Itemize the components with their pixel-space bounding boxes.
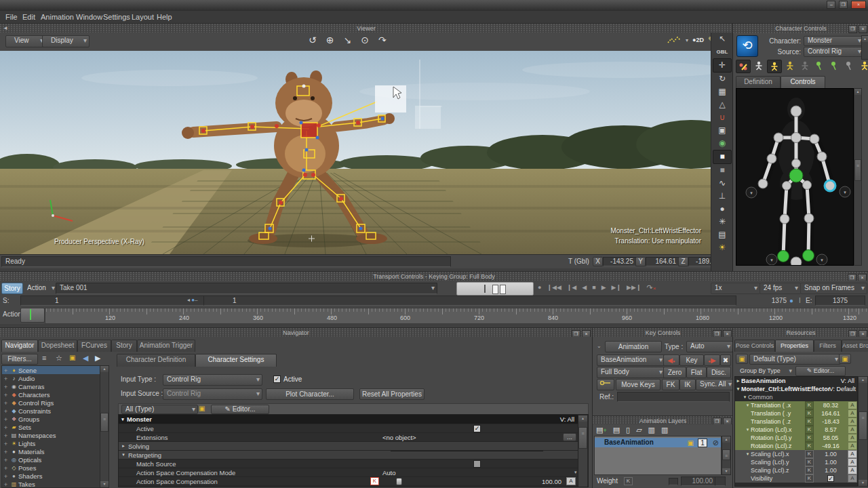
- tree-item-namespaces[interactable]: +▤Namespaces: [2, 431, 100, 439]
- minimize-button[interactable]: –: [827, 1, 835, 9]
- asc-mode-row[interactable]: Action Space Compensation ModeAuto▾: [119, 468, 588, 477]
- filters-button[interactable]: Filters...: [1, 354, 38, 365]
- tree-item-lights[interactable]: +☀Lights: [2, 439, 100, 447]
- light-icon[interactable]: ☀: [713, 241, 731, 254]
- keypath-dropdown-icon[interactable]: ▾: [686, 37, 688, 43]
- anim-toggle[interactable]: A: [848, 466, 857, 474]
- pin-translate-icon[interactable]: [813, 60, 827, 72]
- lock-icon[interactable]: ▣: [199, 405, 205, 412]
- tab-properties[interactable]: Properties: [775, 340, 814, 352]
- forward-icon[interactable]: ▶: [95, 354, 100, 363]
- character-representation[interactable]: ▾▾▾▾: [736, 88, 854, 266]
- key-toggle[interactable]: K: [805, 409, 814, 418]
- tab-character-settings[interactable]: Character Settings: [195, 354, 277, 367]
- anim-toggle[interactable]: A: [566, 477, 576, 485]
- tab-animation-trigger[interactable]: Animation Trigger: [137, 340, 195, 352]
- disabled-figure-icon[interactable]: [798, 60, 812, 72]
- group-by-select[interactable]: Group By Type: [736, 366, 795, 376]
- menu-animation[interactable]: Animation: [41, 11, 74, 23]
- type-filter-select[interactable]: Default (Type): [749, 354, 841, 365]
- character-select[interactable]: Monster: [804, 36, 864, 46]
- select-arrow-icon[interactable]: ↖: [713, 33, 731, 45]
- prev-key-button[interactable]: ❙◀: [567, 283, 576, 293]
- anim-toggle[interactable]: A: [848, 426, 857, 434]
- ctrl-rig-figure-icon[interactable]: [767, 60, 782, 73]
- source-select[interactable]: Control Rig: [804, 47, 864, 57]
- prop-row[interactable]: Rotation (Lcl).zK-49.16A: [735, 442, 857, 450]
- ik-button[interactable]: IK: [679, 379, 696, 390]
- restore-button[interactable]: ❐: [839, 1, 848, 9]
- prop-row[interactable]: Rotation (Lcl).yK58.05A: [735, 434, 857, 442]
- monster-group-row[interactable]: ▾Monster V: All: [119, 415, 588, 424]
- prev-key-button[interactable]: ◀●: [663, 354, 679, 366]
- extensions-row[interactable]: Extensions<no object>...: [119, 433, 588, 442]
- tab-filters[interactable]: Filters: [814, 340, 842, 352]
- frame-slider-icon[interactable]: ◂ ●–: [187, 297, 198, 303]
- x-axis-chip[interactable]: X: [593, 257, 603, 266]
- input-source-select[interactable]: Control Rig: [163, 388, 262, 400]
- menu-help[interactable]: Help: [157, 11, 172, 23]
- prop-row[interactable]: Translation ( .zK-18.43A: [735, 418, 857, 426]
- goto-end-button[interactable]: ▶▶❙: [627, 283, 641, 293]
- anim-toggle[interactable]: A: [848, 418, 857, 426]
- scroll-handle[interactable]: ≡: [854, 159, 861, 181]
- prop-row[interactable]: Scaling (Lcl).zK1.00A: [735, 466, 857, 474]
- marker-edit-icon[interactable]: [736, 60, 751, 73]
- key-mode-icon[interactable]: [597, 379, 614, 390]
- scroll-up-icon[interactable]: ▴: [859, 377, 867, 383]
- anim-toggle[interactable]: A: [848, 450, 857, 458]
- sync-select[interactable]: Sync. All: [696, 379, 734, 390]
- select-sphere-icon[interactable]: ◉: [713, 137, 731, 150]
- disc-button[interactable]: Disc.: [707, 367, 731, 378]
- pin-rotate-icon[interactable]: [828, 60, 842, 72]
- gbl-mode-toggle[interactable]: GBL: [713, 45, 731, 58]
- take-select[interactable]: Take 001: [56, 283, 437, 294]
- skeleton-icon[interactable]: ✳: [713, 216, 731, 228]
- scroll-handle[interactable]: ≡: [722, 449, 730, 460]
- tree-item-groups[interactable]: +❖Groups: [2, 415, 100, 423]
- back-icon[interactable]: ◀: [83, 354, 88, 363]
- mute-icon[interactable]: ⊘: [713, 438, 719, 447]
- magnify-icon[interactable]: ⊙: [361, 35, 369, 45]
- delete-layer-icon[interactable]: ▯: [626, 426, 630, 434]
- magnet-icon[interactable]: ∪: [713, 111, 731, 124]
- solo-count[interactable]: 1: [698, 439, 707, 447]
- key-toggle[interactable]: K: [624, 477, 633, 485]
- asc-slider[interactable]: [391, 451, 543, 451]
- close-panel-icon[interactable]: ×: [859, 25, 867, 33]
- layer-select[interactable]: BaseAnimation: [597, 354, 665, 366]
- scroll-down-icon[interactable]: ▾: [859, 480, 867, 486]
- tab-navigator[interactable]: Navigator: [1, 340, 38, 352]
- undo-view-icon[interactable]: ↷: [378, 35, 387, 45]
- reset-all-properties-button[interactable]: Reset All Properties: [359, 388, 425, 400]
- zero-button[interactable]: Zero: [663, 367, 686, 378]
- prop-row[interactable]: Scaling (Lcl).yK1.00A: [735, 458, 857, 466]
- prop-row[interactable]: ▾Translation ( .xK80.32A: [735, 401, 857, 409]
- scroll-down-icon[interactable]: ▾: [100, 481, 108, 487]
- aux-rig-figure-icon[interactable]: [783, 60, 797, 72]
- pan-icon[interactable]: ⊕: [326, 35, 334, 45]
- menu-file[interactable]: File: [5, 11, 18, 23]
- key-toggle[interactable]: K: [805, 466, 814, 474]
- menu-edit[interactable]: Edit: [22, 11, 35, 23]
- timeline-ruler[interactable]: 120 240 360 480 600 720 840 960 1080 120…: [45, 308, 868, 324]
- dock-icon[interactable]: ❐: [848, 25, 857, 33]
- body-part-select[interactable]: Full Body: [597, 367, 665, 378]
- camera-icon[interactable]: ▤: [713, 228, 731, 241]
- scroll-down-icon[interactable]: ▾: [722, 468, 730, 474]
- y-axis-chip[interactable]: Y: [635, 257, 646, 266]
- next-key-button[interactable]: ●▶: [704, 354, 720, 366]
- prop-row[interactable]: ▸BaseAnimationV: All: [735, 377, 857, 385]
- speed-select[interactable]: 1x: [711, 283, 760, 294]
- prop-row[interactable]: VisibilityK✓A: [735, 474, 857, 483]
- stop-button[interactable]: ■: [592, 283, 595, 293]
- x-value[interactable]: -143.25: [603, 257, 636, 266]
- key-toggle[interactable]: K: [805, 418, 814, 426]
- tab-pose-controls[interactable]: Pose Controls: [734, 340, 775, 352]
- pin-both-icon[interactable]: [843, 60, 856, 72]
- viewport[interactable]: Producer Perspective (X-Ray) Monster_Ctr…: [0, 51, 711, 254]
- weight-slider[interactable]: [669, 478, 678, 485]
- snap-tool-icon[interactable]: △: [713, 98, 731, 111]
- ref-field[interactable]: [617, 392, 730, 402]
- tab-fcurves[interactable]: FCurves: [77, 340, 111, 352]
